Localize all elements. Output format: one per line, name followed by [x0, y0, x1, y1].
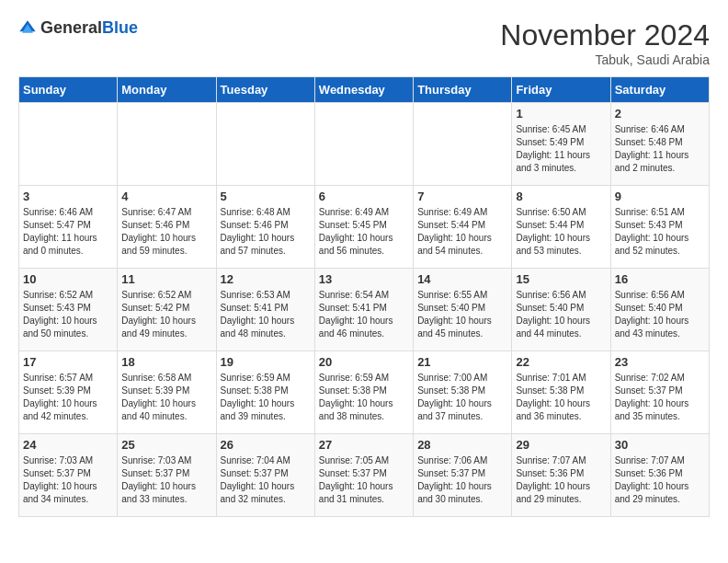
- day-info: Sunrise: 6:56 AMSunset: 5:40 PMDaylight:…: [516, 289, 606, 340]
- day-cell: 15Sunrise: 6:56 AMSunset: 5:40 PMDayligh…: [512, 269, 610, 351]
- day-number: 3: [23, 190, 113, 203]
- month-title: November 2024: [500, 18, 710, 52]
- day-number: 20: [319, 355, 409, 369]
- day-number: 8: [516, 190, 606, 203]
- logo-general: General: [40, 18, 102, 37]
- day-number: 25: [121, 438, 211, 452]
- day-cell: 9Sunrise: 6:51 AMSunset: 5:43 PMDaylight…: [610, 186, 709, 269]
- header-row: SundayMondayTuesdayWednesdayThursdayFrid…: [19, 77, 710, 103]
- day-cell: [19, 103, 118, 186]
- day-number: 30: [615, 438, 705, 452]
- calendar-table: SundayMondayTuesdayWednesdayThursdayFrid…: [18, 76, 710, 517]
- day-info: Sunrise: 6:59 AMSunset: 5:38 PMDaylight:…: [319, 372, 409, 423]
- day-info: Sunrise: 6:58 AMSunset: 5:39 PMDaylight:…: [121, 372, 211, 423]
- page-header: GeneralBlue November 2024 Tabuk, Saudi A…: [18, 18, 710, 67]
- day-cell: 26Sunrise: 7:04 AMSunset: 5:37 PMDayligh…: [216, 434, 314, 517]
- week-row-5: 24Sunrise: 7:03 AMSunset: 5:37 PMDayligh…: [19, 434, 710, 517]
- day-cell: 19Sunrise: 6:59 AMSunset: 5:38 PMDayligh…: [216, 351, 314, 434]
- day-cell: 11Sunrise: 6:52 AMSunset: 5:42 PMDayligh…: [118, 269, 216, 351]
- day-info: Sunrise: 6:46 AMSunset: 5:47 PMDaylight:…: [23, 206, 113, 258]
- logo: GeneralBlue: [18, 18, 138, 38]
- day-cell: 6Sunrise: 6:49 AMSunset: 5:45 PMDaylight…: [314, 186, 413, 269]
- week-row-4: 17Sunrise: 6:57 AMSunset: 5:39 PMDayligh…: [19, 351, 710, 434]
- day-number: 10: [23, 272, 113, 286]
- day-cell: 2Sunrise: 6:46 AMSunset: 5:48 PMDaylight…: [610, 103, 709, 186]
- week-row-3: 10Sunrise: 6:52 AMSunset: 5:43 PMDayligh…: [19, 269, 710, 351]
- week-row-2: 3Sunrise: 6:46 AMSunset: 5:47 PMDaylight…: [19, 186, 710, 269]
- day-info: Sunrise: 6:52 AMSunset: 5:42 PMDaylight:…: [121, 289, 211, 340]
- day-info: Sunrise: 7:02 AMSunset: 5:37 PMDaylight:…: [615, 372, 705, 423]
- day-info: Sunrise: 7:04 AMSunset: 5:37 PMDaylight:…: [221, 454, 311, 506]
- day-cell: 3Sunrise: 6:46 AMSunset: 5:47 PMDaylight…: [19, 186, 118, 269]
- day-cell: 10Sunrise: 6:52 AMSunset: 5:43 PMDayligh…: [19, 269, 118, 351]
- day-cell: [118, 103, 216, 186]
- day-info: Sunrise: 6:49 AMSunset: 5:44 PMDaylight:…: [417, 206, 507, 258]
- day-cell: 22Sunrise: 7:01 AMSunset: 5:38 PMDayligh…: [512, 351, 610, 434]
- logo-blue: Blue: [102, 18, 138, 37]
- day-number: 16: [615, 272, 705, 286]
- day-cell: 4Sunrise: 6:47 AMSunset: 5:46 PMDaylight…: [118, 186, 216, 269]
- day-number: 18: [121, 355, 211, 369]
- day-cell: 5Sunrise: 6:48 AMSunset: 5:46 PMDaylight…: [216, 186, 314, 269]
- day-cell: 28Sunrise: 7:06 AMSunset: 5:37 PMDayligh…: [414, 434, 512, 517]
- day-number: 21: [417, 355, 507, 369]
- day-cell: 24Sunrise: 7:03 AMSunset: 5:37 PMDayligh…: [19, 434, 118, 517]
- day-cell: 7Sunrise: 6:49 AMSunset: 5:44 PMDaylight…: [414, 186, 512, 269]
- day-number: 26: [221, 438, 311, 452]
- day-info: Sunrise: 6:56 AMSunset: 5:40 PMDaylight:…: [615, 289, 705, 340]
- day-cell: 25Sunrise: 7:03 AMSunset: 5:37 PMDayligh…: [118, 434, 216, 517]
- day-number: 28: [417, 438, 507, 452]
- day-cell: 17Sunrise: 6:57 AMSunset: 5:39 PMDayligh…: [19, 351, 118, 434]
- day-info: Sunrise: 6:57 AMSunset: 5:39 PMDaylight:…: [23, 372, 113, 423]
- day-info: Sunrise: 7:07 AMSunset: 5:36 PMDaylight:…: [615, 454, 705, 506]
- day-header-monday: Monday: [118, 77, 216, 103]
- day-info: Sunrise: 6:55 AMSunset: 5:40 PMDaylight:…: [417, 289, 507, 340]
- day-info: Sunrise: 7:01 AMSunset: 5:38 PMDaylight:…: [516, 372, 606, 423]
- day-info: Sunrise: 6:59 AMSunset: 5:38 PMDaylight:…: [221, 372, 311, 423]
- day-number: 29: [516, 438, 606, 452]
- day-cell: 16Sunrise: 6:56 AMSunset: 5:40 PMDayligh…: [610, 269, 709, 351]
- day-number: 13: [319, 272, 409, 286]
- day-number: 24: [23, 438, 113, 452]
- day-info: Sunrise: 6:46 AMSunset: 5:48 PMDaylight:…: [615, 123, 705, 175]
- day-info: Sunrise: 7:03 AMSunset: 5:37 PMDaylight:…: [23, 454, 113, 506]
- week-row-1: 1Sunrise: 6:45 AMSunset: 5:49 PMDaylight…: [19, 103, 710, 186]
- day-header-saturday: Saturday: [610, 77, 709, 103]
- day-header-thursday: Thursday: [414, 77, 512, 103]
- day-cell: 12Sunrise: 6:53 AMSunset: 5:41 PMDayligh…: [216, 269, 314, 351]
- day-cell: 1Sunrise: 6:45 AMSunset: 5:49 PMDaylight…: [512, 103, 610, 186]
- day-number: 12: [221, 272, 311, 286]
- day-number: 9: [615, 190, 705, 203]
- day-info: Sunrise: 6:54 AMSunset: 5:41 PMDaylight:…: [319, 289, 409, 340]
- day-cell: [314, 103, 413, 186]
- day-number: 1: [516, 107, 606, 121]
- day-info: Sunrise: 6:45 AMSunset: 5:49 PMDaylight:…: [516, 123, 606, 175]
- day-header-tuesday: Tuesday: [216, 77, 314, 103]
- day-header-friday: Friday: [512, 77, 610, 103]
- day-number: 19: [221, 355, 311, 369]
- day-info: Sunrise: 6:49 AMSunset: 5:45 PMDaylight:…: [319, 206, 409, 258]
- day-cell: 27Sunrise: 7:05 AMSunset: 5:37 PMDayligh…: [314, 434, 413, 517]
- day-number: 2: [615, 107, 705, 121]
- day-info: Sunrise: 7:00 AMSunset: 5:38 PMDaylight:…: [417, 372, 507, 423]
- day-info: Sunrise: 6:51 AMSunset: 5:43 PMDaylight:…: [615, 206, 705, 258]
- day-number: 23: [615, 355, 705, 369]
- day-cell: 14Sunrise: 6:55 AMSunset: 5:40 PMDayligh…: [414, 269, 512, 351]
- logo-icon: [18, 19, 37, 38]
- day-number: 17: [23, 355, 113, 369]
- day-cell: 23Sunrise: 7:02 AMSunset: 5:37 PMDayligh…: [610, 351, 709, 434]
- day-info: Sunrise: 6:52 AMSunset: 5:43 PMDaylight:…: [23, 289, 113, 340]
- day-cell: 21Sunrise: 7:00 AMSunset: 5:38 PMDayligh…: [414, 351, 512, 434]
- day-info: Sunrise: 7:05 AMSunset: 5:37 PMDaylight:…: [319, 454, 409, 506]
- day-info: Sunrise: 7:06 AMSunset: 5:37 PMDaylight:…: [417, 454, 507, 506]
- day-cell: [414, 103, 512, 186]
- day-number: 6: [319, 190, 409, 203]
- day-cell: 13Sunrise: 6:54 AMSunset: 5:41 PMDayligh…: [314, 269, 413, 351]
- day-number: 27: [319, 438, 409, 452]
- day-number: 14: [417, 272, 507, 286]
- day-info: Sunrise: 6:48 AMSunset: 5:46 PMDaylight:…: [221, 206, 311, 258]
- day-info: Sunrise: 6:50 AMSunset: 5:44 PMDaylight:…: [516, 206, 606, 258]
- day-info: Sunrise: 7:03 AMSunset: 5:37 PMDaylight:…: [121, 454, 211, 506]
- day-number: 7: [417, 190, 507, 203]
- day-cell: 30Sunrise: 7:07 AMSunset: 5:36 PMDayligh…: [610, 434, 709, 517]
